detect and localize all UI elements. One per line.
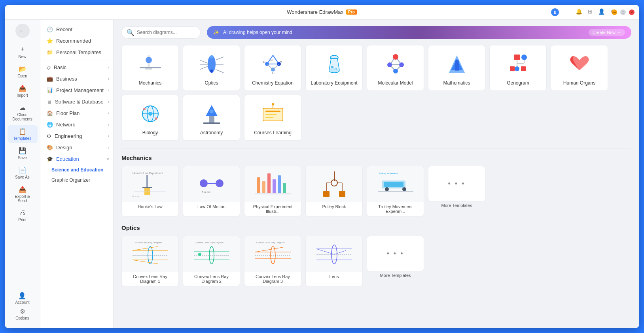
nav-sub-science[interactable]: Science and Education: [40, 165, 113, 175]
template-lens[interactable]: Lens: [305, 236, 363, 286]
nav-item-education[interactable]: 🎓 Education ∨: [40, 153, 113, 165]
nav-item-basic[interactable]: ◇ Basic ›: [40, 62, 113, 73]
mechanics-template-grid: Hooke's Law Experiment F = kx Hooke's La…: [121, 166, 631, 216]
optics-template-grid: Convex Lens Ray Diagram Convex Lens Ray …: [121, 236, 631, 286]
options-icon: ⚙: [20, 308, 25, 315]
nav-item-business[interactable]: 💼 Business ›: [40, 73, 113, 85]
maximize-button[interactable]: □: [620, 9, 626, 15]
sidebar-item-print[interactable]: 🖨 Print: [8, 207, 38, 224]
template-lens1[interactable]: Convex Lens Ray Diagram Convex Lens Ray …: [121, 236, 179, 286]
svg-point-5: [210, 55, 213, 58]
category-lab[interactable]: Laboratory Equipment: [305, 45, 363, 91]
template-trolley[interactable]: Trolley Movement Trolley Movement Experi…: [367, 166, 424, 216]
lens3-thumb: Convex Lens Ray Diagram: [244, 236, 301, 272]
svg-text:Trolley Movement: Trolley Movement: [379, 172, 398, 175]
nav-item-project[interactable]: 📊 Project Management ›: [40, 85, 113, 96]
svg-rect-40: [514, 55, 520, 60]
nav-item-recommended[interactable]: ⭐ Recommended: [40, 35, 113, 47]
search-box[interactable]: 🔍: [121, 26, 201, 39]
svg-line-7: [200, 60, 208, 63]
category-mechanics[interactable]: Mechanics: [121, 45, 179, 91]
lab-label: Laboratory Equipment: [311, 80, 357, 86]
nav-item-engineering[interactable]: ⚙ Engineering ›: [40, 130, 113, 142]
nav-project-label: Project Management: [56, 87, 104, 93]
svg-rect-91: [384, 182, 403, 187]
sidebar-save-label: Save: [18, 156, 27, 160]
category-mathematics[interactable]: Mathematics: [428, 45, 485, 91]
svg-point-41: [521, 55, 527, 60]
category-optics[interactable]: Optics: [183, 45, 240, 91]
sidebar-item-new[interactable]: ＋ New: [8, 43, 38, 61]
category-biology[interactable]: Biology: [121, 95, 179, 141]
close-button[interactable]: ✕: [629, 9, 635, 15]
category-molecular[interactable]: Molecular Model: [367, 45, 424, 91]
svg-text:Convex Lens Ray Diagram: Convex Lens Ray Diagram: [134, 241, 162, 244]
sidebar-open-label: Open: [17, 74, 27, 78]
chemistry-icon: H O H OH: [257, 50, 289, 78]
template-physical[interactable]: Physical Experiment Illustr...: [244, 166, 301, 216]
svg-point-92: [385, 187, 389, 191]
ai-banner-text: AI drawing helps open your mind: [223, 30, 585, 35]
sidebar-options[interactable]: ⚙ Options: [15, 308, 29, 320]
cloud-icon: ☁: [19, 104, 26, 111]
molecular-icon: [380, 50, 411, 78]
floor-icon: 🏠: [47, 110, 53, 116]
mechanics-icon: [134, 50, 166, 78]
svg-line-9: [200, 66, 208, 70]
svg-point-53: [155, 117, 157, 120]
svg-rect-77: [273, 179, 276, 193]
search-input[interactable]: [137, 30, 192, 35]
sidebar-cloud-label: Cloud Documents: [11, 113, 34, 121]
category-genogram[interactable]: Genogram: [489, 45, 547, 91]
nav-item-floor[interactable]: 🏠 Floor Plan ›: [40, 107, 113, 119]
template-pulley[interactable]: Pulley Block: [305, 166, 363, 216]
content-topbar: 🔍 ✨ AI drawing helps open your mind Crea…: [121, 26, 631, 39]
template-law-motion[interactable]: F = ma Law Of Motion: [183, 166, 240, 216]
hookes-label: Hooke's Law: [122, 202, 178, 211]
svg-point-70: [200, 179, 208, 187]
mechanics-label: Mechanics: [139, 80, 161, 86]
svg-point-52: [143, 108, 146, 110]
template-lens2[interactable]: Convex Lens Ray Diagram Convex Lens Ray …: [183, 236, 240, 286]
sidebar-item-cloud[interactable]: ☁ Cloud Documents: [8, 102, 38, 124]
svg-point-46: [515, 66, 519, 71]
template-lens3[interactable]: Convex Lens Ray Diagram Convex Lens Ray …: [244, 236, 301, 286]
category-human-organs[interactable]: Human Organs: [551, 45, 608, 91]
mechanics-more-templates[interactable]: • • •: [428, 166, 485, 201]
chevron-right-icon: ›: [108, 65, 109, 70]
nav-item-recent[interactable]: 🕐 Recent: [40, 24, 113, 35]
back-button[interactable]: ←: [15, 24, 30, 38]
nav-item-personal[interactable]: 📁 Personal Templates: [40, 47, 113, 58]
human-organs-label: Human Organs: [563, 80, 595, 86]
category-astronomy[interactable]: Astronomy: [183, 95, 240, 141]
svg-point-25: [329, 68, 339, 72]
sidebar-item-templates[interactable]: 📋 Templates: [8, 125, 38, 143]
nav-item-network[interactable]: 🌐 Network ›: [40, 119, 113, 130]
sidebar-item-open[interactable]: 📂 Open: [8, 63, 38, 81]
sidebar-item-save[interactable]: 💾 Save: [8, 145, 38, 162]
category-courses[interactable]: Courses Learning: [244, 95, 301, 141]
sidebar-item-export[interactable]: 📤 Export & Send: [8, 183, 38, 205]
biology-icon: [134, 100, 166, 128]
chevron-right-icon7: ›: [108, 134, 109, 138]
nav-floor-label: Floor Plan: [56, 110, 80, 116]
import-icon: 📥: [19, 85, 27, 92]
sidebar-item-import[interactable]: 📥 Import: [8, 82, 38, 100]
mechanics-section-title: Mechanics: [121, 154, 631, 161]
sidebar-account[interactable]: 👤 Account: [15, 292, 29, 305]
svg-line-17: [267, 64, 273, 70]
chevron-right-icon6: ›: [108, 122, 109, 127]
physical-thumb: [244, 166, 301, 202]
template-hookes-law[interactable]: Hooke's Law Experiment F = kx Hooke's La…: [121, 166, 179, 216]
nav-item-software[interactable]: 🖥 Software & Database ›: [40, 96, 113, 107]
optics-more-templates[interactable]: • • •: [367, 236, 424, 271]
sidebar-item-save-as[interactable]: 📄 Save As: [8, 164, 38, 182]
svg-point-27: [335, 68, 337, 70]
minimize-button[interactable]: —: [612, 9, 617, 15]
ai-create-now-button[interactable]: Create Now →: [589, 29, 625, 36]
category-chemistry[interactable]: H O H OH Chemistry Equation: [244, 45, 301, 91]
nav-sub-graphic[interactable]: Graphic Organizer: [40, 175, 113, 185]
svg-line-101: [133, 260, 158, 264]
nav-item-design[interactable]: 🎨 Design ›: [40, 142, 113, 153]
optics-section-title: Optics: [121, 224, 631, 231]
